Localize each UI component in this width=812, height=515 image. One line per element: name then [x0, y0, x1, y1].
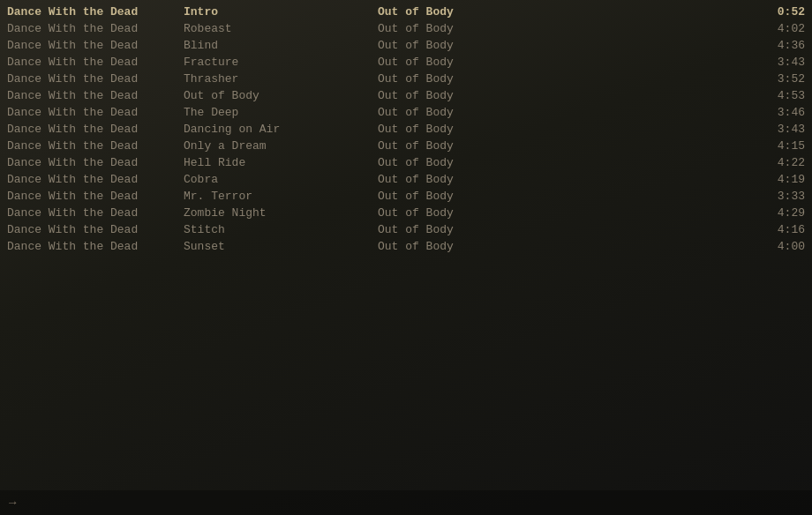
track-duration: 4:00: [625, 240, 805, 253]
track-album: Out of Body: [378, 22, 625, 35]
track-duration: 3:43: [625, 56, 805, 69]
track-title: Thrasher: [184, 72, 378, 86]
arrow-icon: →: [9, 496, 16, 510]
track-duration: 3:33: [625, 190, 805, 203]
track-album: Out of Body: [378, 206, 625, 220]
track-title: Stitch: [184, 223, 378, 236]
table-row[interactable]: Dance With the DeadThe DeepOut of Body3:…: [0, 104, 812, 121]
track-album: Out of Body: [378, 56, 625, 69]
table-row[interactable]: Dance With the DeadMr. TerrorOut of Body…: [0, 188, 812, 205]
track-duration: 3:43: [625, 123, 805, 136]
table-row[interactable]: Dance With the DeadDancing on AirOut of …: [0, 121, 812, 138]
header-artist: Dance With the Dead: [7, 5, 184, 19]
track-album: Out of Body: [378, 156, 625, 169]
track-artist: Dance With the Dead: [7, 89, 184, 102]
track-artist: Dance With the Dead: [7, 72, 184, 86]
table-row[interactable]: Dance With the DeadSunsetOut of Body4:00: [0, 238, 812, 255]
track-title: Robeast: [184, 22, 378, 35]
track-duration: 3:52: [625, 72, 805, 86]
table-row[interactable]: Dance With the DeadBlindOut of Body4:36: [0, 37, 812, 54]
table-row[interactable]: Dance With the DeadHell RideOut of Body4…: [0, 154, 812, 171]
track-title: Fracture: [184, 56, 378, 69]
track-duration: 4:19: [625, 173, 805, 186]
track-artist: Dance With the Dead: [7, 39, 184, 52]
track-album: Out of Body: [378, 123, 625, 136]
track-title: Blind: [184, 39, 378, 52]
track-artist: Dance With the Dead: [7, 123, 184, 136]
table-row[interactable]: Dance With the DeadRobeastOut of Body4:0…: [0, 20, 812, 37]
table-row[interactable]: Dance With the DeadOnly a DreamOut of Bo…: [0, 138, 812, 154]
track-album: Out of Body: [378, 139, 625, 153]
track-duration: 4:53: [625, 89, 805, 102]
track-title: Sunset: [184, 240, 378, 253]
track-artist: Dance With the Dead: [7, 173, 184, 186]
track-duration: 4:15: [625, 139, 805, 153]
track-artist: Dance With the Dead: [7, 223, 184, 236]
header-title: Intro: [184, 5, 378, 19]
track-artist: Dance With the Dead: [7, 190, 184, 203]
track-album: Out of Body: [378, 89, 625, 102]
table-row[interactable]: Dance With the DeadFractureOut of Body3:…: [0, 54, 812, 71]
track-artist: Dance With the Dead: [7, 156, 184, 169]
track-artist: Dance With the Dead: [7, 206, 184, 220]
track-album: Out of Body: [378, 173, 625, 186]
track-title: Only a Dream: [184, 139, 378, 153]
track-title: Hell Ride: [184, 156, 378, 169]
track-artist: Dance With the Dead: [7, 139, 184, 153]
track-title: Out of Body: [184, 89, 378, 102]
track-title: Mr. Terror: [184, 190, 378, 203]
track-duration: 4:02: [625, 22, 805, 35]
track-duration: 3:46: [625, 106, 805, 119]
table-row[interactable]: Dance With the DeadZombie NightOut of Bo…: [0, 205, 812, 221]
table-row[interactable]: Dance With the DeadOut of BodyOut of Bod…: [0, 87, 812, 104]
track-title: The Deep: [184, 106, 378, 119]
table-row[interactable]: Dance With the DeadStitchOut of Body4:16: [0, 221, 812, 238]
track-album: Out of Body: [378, 190, 625, 203]
table-row[interactable]: Dance With the DeadThrasherOut of Body3:…: [0, 71, 812, 87]
header-album: Out of Body: [378, 5, 625, 19]
track-duration: 4:29: [625, 206, 805, 220]
track-artist: Dance With the Dead: [7, 22, 184, 35]
track-album: Out of Body: [378, 106, 625, 119]
header-duration: 0:52: [625, 5, 805, 19]
table-row[interactable]: Dance With the DeadCobraOut of Body4:19: [0, 171, 812, 188]
track-album: Out of Body: [378, 72, 625, 86]
track-artist: Dance With the Dead: [7, 56, 184, 69]
track-duration: 4:16: [625, 223, 805, 236]
track-album: Out of Body: [378, 240, 625, 253]
bottom-bar: →: [0, 490, 812, 515]
track-list-header: Dance With the Dead Intro Out of Body 0:…: [0, 4, 812, 20]
track-album: Out of Body: [378, 39, 625, 52]
track-artist: Dance With the Dead: [7, 240, 184, 253]
track-duration: 4:22: [625, 156, 805, 169]
track-album: Out of Body: [378, 223, 625, 236]
track-duration: 4:36: [625, 39, 805, 52]
track-list: Dance With the Dead Intro Out of Body 0:…: [0, 0, 812, 258]
track-title: Cobra: [184, 173, 378, 186]
track-title: Dancing on Air: [184, 123, 378, 136]
track-artist: Dance With the Dead: [7, 106, 184, 119]
track-title: Zombie Night: [184, 206, 378, 220]
